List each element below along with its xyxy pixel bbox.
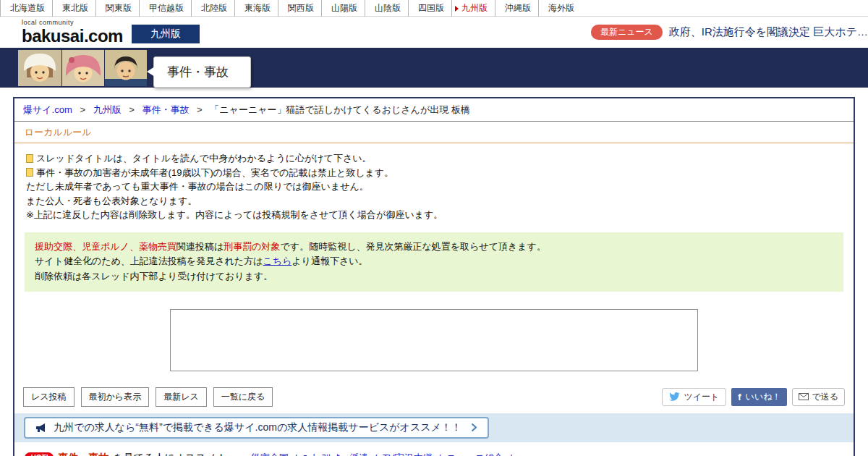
tweet-label: ツイート <box>684 391 719 403</box>
region-tab-hokuriku[interactable]: 北陸版 <box>191 0 234 17</box>
rule-line: 事件・事故の加害者が未成年者(19歳以下)の場合、実名での記載は禁止と致します。 <box>26 166 842 180</box>
region-tab-overseas[interactable]: 海外版 <box>538 0 582 17</box>
rule-line: スレッドタイトルは、タイトルを読んで中身がわかるように心がけて下さい。 <box>26 151 842 166</box>
document-icon <box>26 154 33 163</box>
rec-link-neet[interactable]: ﾆｰﾄ･ﾌﾘｰﾀｰ･派遣 <box>302 452 368 456</box>
warning-line: サイト健全化のため、上記違法投稿を発見された方はこちらより通報下さい。 <box>35 254 833 269</box>
back-to-list-button[interactable]: 一覧に戻る <box>213 387 273 407</box>
category-title-bubble: 事件・事故 <box>153 56 251 88</box>
rule-text: 事件・事故の加害者が未成年者(19歳以下)の場合、実名での記載は禁止と致します。 <box>36 166 393 180</box>
region-tab-kansai[interactable]: 関西版 <box>278 0 321 17</box>
link-separator: / <box>509 452 512 456</box>
breadcrumb-link-category[interactable]: 事件・事故 <box>142 104 189 115</box>
region-tab-tokai[interactable]: 東海版 <box>234 0 278 17</box>
region-tab-koshinetsu[interactable]: 甲信越版 <box>139 0 191 17</box>
chevron-right-icon <box>471 423 477 432</box>
rule-line: ただし未成年者であっても重大事件・事故の場合はこの限りでは御座いません。 <box>26 180 842 194</box>
region-tab-tohoku[interactable]: 東北版 <box>52 0 95 17</box>
avatar-girl-hat <box>18 50 61 86</box>
envelope-icon <box>799 393 809 400</box>
breadcrumb-separator: > <box>129 104 135 115</box>
local-rules-heading: ローカルルール <box>14 122 854 143</box>
warning-text: より通報下さい。 <box>292 256 367 266</box>
region-tab-kyushu-active[interactable]: 九州版 <box>451 0 495 17</box>
megaphone-icon <box>35 423 47 433</box>
twitter-bird-icon <box>669 392 680 401</box>
local-rules-title: ローカルルール <box>25 127 92 138</box>
site-logo[interactable]: bakusai.com <box>22 28 123 45</box>
category-banner: 事件・事故 <box>0 48 868 88</box>
breadcrumb-link-kyushu[interactable]: 九州版 <box>93 104 122 115</box>
recommend-suffix: を見てる人にオススメ！ <box>113 452 226 456</box>
rule-text: また公人・死者も公表対象となります。 <box>26 194 197 208</box>
warning-text: 削除依頼は各スレッド内下部より受け付けております。 <box>35 271 273 282</box>
news-headline-link[interactable]: 政府、IR法施行令を閣議決定 巨大ホテ… <box>669 25 868 39</box>
ad-placeholder <box>170 309 698 371</box>
job-promo-banner[interactable]: 九州での求人なら“無料”で掲載できる爆サイ.comの求人情報掲載サービスがオスス… <box>24 417 489 439</box>
region-tab-hokkaido[interactable]: 北海道版 <box>0 0 52 17</box>
link-separator: / <box>374 452 377 456</box>
share-buttons: ツイート f いいね！ で送る <box>662 388 845 406</box>
send-by-mail-button[interactable]: で送る <box>792 388 845 406</box>
region-tab-shikoku[interactable]: 四国版 <box>408 0 451 17</box>
link-separator: / <box>294 452 297 456</box>
facebook-like-button[interactable]: f いいね！ <box>731 388 787 406</box>
report-here-link[interactable]: こちら <box>263 256 292 266</box>
recommend-row: HOT! 事件・事故 を見てる人にオススメ！ ⇒ 災害全国 / ﾆｰﾄ･ﾌﾘｰﾀ… <box>25 452 843 456</box>
rule-text: ※上記に違反した内容は削除致します。内容によっては投稿規制をさせて頂く場合が御座… <box>26 208 443 222</box>
region-tab-okinawa[interactable]: 沖縄版 <box>495 0 538 17</box>
rule-text: ただし未成年者であっても重大事件・事故の場合はこの限りでは御座いません。 <box>26 180 369 194</box>
rec-link-news[interactable]: ニュース総合 <box>446 452 503 456</box>
avatar-man-dark-hair <box>105 50 147 86</box>
brand-block: local community bakusai.com 九州版 <box>22 20 200 45</box>
reply-post-button[interactable]: レス投稿 <box>23 387 75 407</box>
region-tab-sanin[interactable]: 山陰版 <box>365 0 408 17</box>
document-icon <box>26 168 33 177</box>
breadcrumb-current-thread: 「ニャーニャー」猫語で話しかけてくるおじさんが出現 板橋 <box>210 104 470 115</box>
illegal-post-warning-box: 援助交際、児童ポルノ、薬物売買関連投稿は刑事罰の対象です。随時監視し、発見次第厳… <box>25 232 843 292</box>
job-promo-row: 九州での求人なら“無料”で掲載できる爆サイ.comの求人情報掲載サービスがオスス… <box>14 413 854 442</box>
link-separator: / <box>438 452 441 456</box>
facebook-f-icon: f <box>738 392 741 402</box>
rule-text: スレッドタイトルは、タイトルを読んで中身がわかるように心がけて下さい。 <box>36 151 372 166</box>
breadcrumb-separator: > <box>80 104 85 115</box>
main-content-box: 爆サイ.com > 九州版 > 事件・事故 > 「ニャーニャー」猫語で話しかけて… <box>13 97 855 456</box>
rec-link-tv-live[interactable]: TV実況中継 <box>383 452 433 456</box>
breadcrumb-separator: > <box>197 104 203 115</box>
arrow-icon: ⇒ <box>234 452 243 456</box>
rule-line: ※上記に違反した内容は削除致します。内容によっては投稿規制をさせて頂く場合が御座… <box>26 208 842 222</box>
breadcrumb: 爆サイ.com > 九州版 > 事件・事故 > 「ニャーニャー」猫語で話しかけて… <box>14 98 854 122</box>
warning-line: 援助交際、児童ポルノ、薬物売買関連投稿は刑事罰の対象です。随時監視し、発見次第厳… <box>35 240 833 255</box>
rule-line: また公人・死者も公表対象となります。 <box>26 194 842 208</box>
warning-red-text: 刑事罰の対象 <box>224 241 280 252</box>
breadcrumb-link-home[interactable]: 爆サイ.com <box>23 104 72 115</box>
rec-link-disaster[interactable]: 災害全国 <box>251 452 289 456</box>
region-tab-kanto[interactable]: 関東版 <box>95 0 139 17</box>
warning-text: サイト健全化のため、上記違法投稿を発見された方は <box>35 256 263 266</box>
edition-badge[interactable]: 九州版 <box>132 25 200 43</box>
thread-action-row: レス投稿 最初から表示 最新レス 一覧に戻る ツイート f いいね！ で送る <box>23 387 845 407</box>
news-ticker: 最新ニュース 政府、IR法施行令を閣議決定 巨大ホテ… <box>591 25 868 40</box>
like-label: いいね！ <box>746 391 781 403</box>
tweet-button[interactable]: ツイート <box>662 388 726 406</box>
local-rules-text: スレッドタイトルは、タイトルを読んで中身がわかるように心がけて下さい。 事件・事… <box>14 143 854 225</box>
avatar-group <box>18 50 148 86</box>
send-label: で送る <box>812 391 838 403</box>
warning-line: 削除依頼は各スレッド内下部より受け付けております。 <box>35 269 833 284</box>
region-tab-sanyo[interactable]: 山陽版 <box>321 0 365 17</box>
hot-badge: HOT! <box>25 452 54 456</box>
avatar-girl-pink-hair <box>62 50 104 86</box>
warning-text: 関連投稿は <box>176 241 224 252</box>
warning-text: です。随時監視し、発見次第厳正な処置を取らせて頂きます。 <box>281 241 546 252</box>
brand-tagline: local community <box>22 20 123 26</box>
thread-buttons: レス投稿 最初から表示 最新レス 一覧に戻る <box>23 387 273 407</box>
latest-news-badge: 最新ニュース <box>591 25 663 40</box>
recommend-category-link[interactable]: 事件・事故 <box>58 452 109 456</box>
region-nav: 北海道版 東北版 関東版 甲信越版 北陸版 東海版 関西版 山陽版 山陰版 四国… <box>0 0 868 17</box>
show-from-start-button[interactable]: 最初から表示 <box>81 387 150 407</box>
site-header: local community bakusai.com 九州版 最新ニュース 政… <box>0 17 868 48</box>
latest-replies-button[interactable]: 最新レス <box>156 387 207 407</box>
category-title: 事件・事故 <box>167 65 229 79</box>
warning-red-text: 援助交際、児童ポルノ、薬物売買 <box>35 241 176 252</box>
job-promo-text: 九州での求人なら“無料”で掲載できる爆サイ.comの求人情報掲載サービスがオスス… <box>54 421 461 434</box>
